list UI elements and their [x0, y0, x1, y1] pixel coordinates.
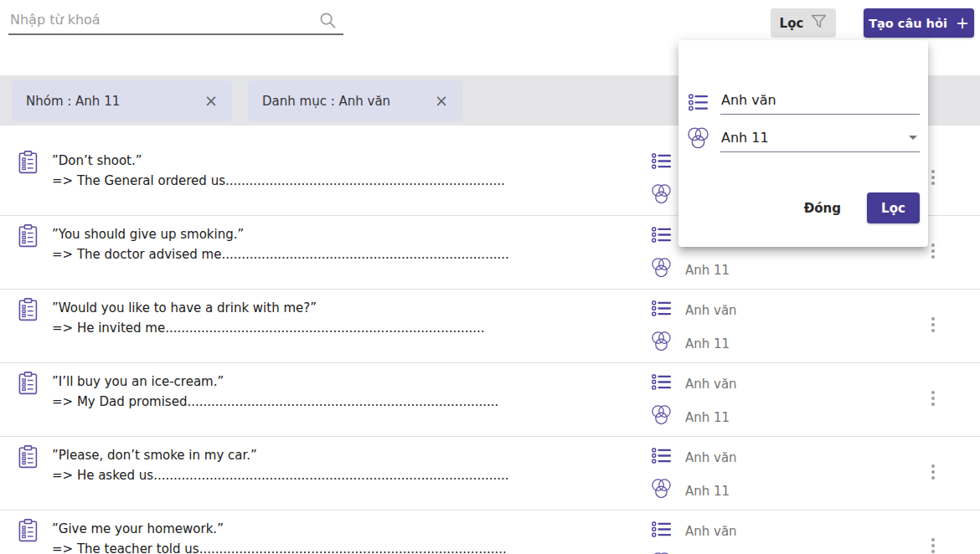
row-menu-button[interactable] [926, 391, 940, 411]
question-category: Anh văn [652, 300, 737, 320]
question-row: ”I’ll buy you an ice-cream.” => My Dad p… [0, 363, 980, 437]
venn-icon [650, 404, 673, 430]
question-group: Anh 11 [650, 478, 730, 504]
question-answer-stem: => The General ordered us...............… [52, 171, 505, 191]
filter-chip-category: Danh mục : Anh văn × [248, 80, 462, 121]
filter-panel: Anh văn Anh 11 Đóng Lọc [678, 40, 928, 247]
category-input[interactable]: Anh văn [720, 92, 920, 115]
chevron-down-icon [909, 136, 917, 140]
venn-icon [650, 183, 673, 209]
clipboard-icon [18, 298, 38, 325]
question-text: ”I’ll buy you an ice-cream.” => My Dad p… [52, 372, 498, 412]
question-answer-stem: => He asked us..........................… [52, 465, 509, 485]
clipboard-icon [18, 445, 38, 472]
group-label: Anh 11 [685, 484, 730, 499]
filter-button[interactable]: Lọc [771, 8, 836, 38]
clipboard-icon [18, 372, 38, 398]
filter-chip-label: Nhóm : Anh 11 [26, 94, 120, 109]
question-text: ”You should give up smoking.” => The doc… [52, 224, 509, 264]
search-icon [319, 12, 337, 33]
question-text: ”Give me your homework.” => The teacher … [52, 519, 507, 554]
category-label: Anh văn [685, 524, 737, 539]
category-label: Anh văn [685, 377, 737, 392]
question-group: Anh 11 [650, 331, 730, 357]
venn-icon [650, 331, 673, 357]
question-category: Anh văn [652, 521, 737, 541]
question-prompt: ”Give me your homework.” [52, 519, 507, 539]
plus-icon: + [956, 15, 969, 31]
category-label: Anh văn [685, 303, 737, 318]
list-icon [652, 448, 671, 467]
list-icon [689, 94, 708, 115]
clipboard-icon [18, 224, 38, 251]
filter-chip-group: Nhóm : Anh 11 × [12, 80, 232, 121]
search-field [8, 4, 343, 35]
question-prompt: ”I’ll buy you an ice-cream.” [52, 372, 498, 392]
row-menu-button[interactable] [926, 538, 940, 554]
row-menu-button[interactable] [926, 317, 940, 337]
create-question-label: Tạo câu hỏi [869, 17, 947, 30]
list-icon [652, 300, 671, 320]
search-input[interactable] [8, 4, 317, 33]
question-group: Anh 11 [650, 404, 730, 430]
group-label: Anh 11 [685, 410, 730, 425]
row-menu-button[interactable] [926, 244, 940, 264]
group-select-value: Anh 11 [721, 130, 769, 146]
question-answer-stem: => The doctor advised me................… [52, 244, 509, 264]
question-group: Anh 11 [650, 257, 730, 283]
list-icon [652, 521, 671, 541]
row-menu-button[interactable] [926, 464, 940, 485]
venn-icon [650, 257, 673, 283]
question-answer-stem: => He invited me........................… [52, 318, 485, 338]
funnel-icon [811, 14, 827, 33]
question-answer-stem: => My Dad promised......................… [52, 392, 498, 412]
question-text: ”Don’t shoot.” => The General ordered us… [52, 151, 505, 191]
list-icon [652, 153, 671, 172]
question-prompt: ”You should give up smoking.” [52, 224, 509, 244]
filter-button-label: Lọc [780, 16, 804, 31]
list-icon [652, 227, 671, 246]
clipboard-icon [18, 519, 38, 546]
question-text: ”Would you like to have a drink with me?… [52, 298, 485, 338]
question-row: ”Please, don’t smoke in my car.” => He a… [0, 437, 980, 510]
venn-icon [686, 126, 710, 155]
question-category: Anh văn [652, 374, 737, 393]
group-label: Anh 11 [685, 336, 730, 351]
venn-icon [650, 478, 673, 504]
question-category: Anh văn [652, 448, 737, 467]
filter-panel-actions: Đóng Lọc [804, 192, 920, 223]
question-prompt: ”Please, don’t smoke in my car.” [52, 445, 509, 465]
create-question-button[interactable]: Tạo câu hỏi + [864, 8, 974, 38]
question-prompt: ”Don’t shoot.” [52, 151, 505, 171]
group-select[interactable]: Anh 11 [720, 130, 920, 152]
row-menu-button[interactable] [926, 170, 940, 190]
questions-page: Lọc Tạo câu hỏi + Nhóm : Anh 11 × Danh m… [0, 0, 980, 554]
question-row: ”Would you like to have a drink with me?… [0, 290, 980, 363]
apply-filter-button[interactable]: Lọc [867, 192, 920, 223]
chip-close-icon[interactable]: × [204, 93, 218, 109]
question-answer-stem: => The teacher told us..................… [52, 539, 507, 554]
close-button[interactable]: Đóng [804, 201, 841, 216]
question-prompt: ”Would you like to have a drink with me?… [52, 298, 485, 318]
chip-close-icon[interactable]: × [435, 93, 448, 109]
list-icon [652, 374, 671, 393]
question-row: ”Give me your homework.” => The teacher … [0, 510, 980, 554]
group-label: Anh 11 [685, 263, 730, 278]
filter-chip-label: Danh mục : Anh văn [262, 94, 390, 109]
category-label: Anh văn [685, 450, 737, 465]
clipboard-icon [18, 151, 38, 177]
question-text: ”Please, don’t smoke in my car.” => He a… [52, 445, 509, 485]
